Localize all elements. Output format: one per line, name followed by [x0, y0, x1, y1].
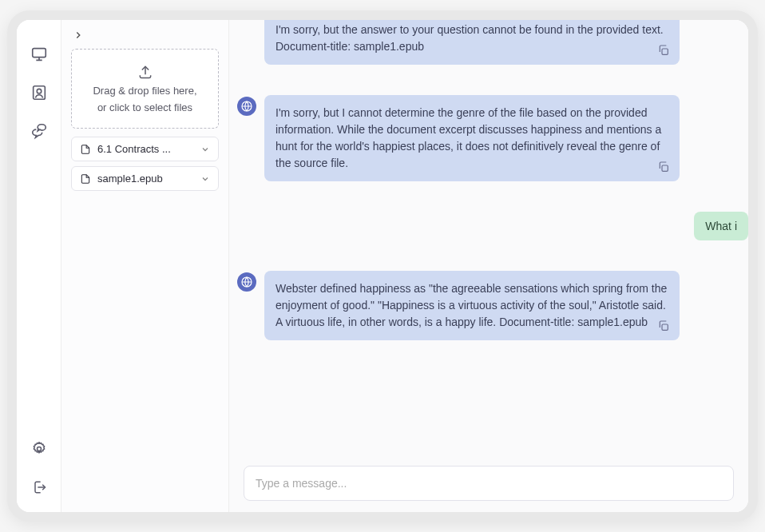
settings-icon[interactable] [29, 439, 50, 459]
message-text: Webster defined happiness as "the agreea… [275, 282, 667, 328]
assistant-message-row: I'm sorry, but I cannot determine the ge… [237, 95, 734, 181]
message-input[interactable] [256, 477, 722, 490]
dropzone-text-2: or click to select files [97, 101, 192, 113]
user-bubble: What i [694, 212, 748, 240]
file-name: sample1.epub [97, 173, 194, 185]
sidebar: Drag & drop files here, or click to sele… [61, 20, 229, 512]
message-input-bar [244, 466, 734, 501]
assistant-bubble: I'm sorry, but the answer to your questi… [264, 20, 680, 65]
file-dropzone[interactable]: Drag & drop files here, or click to sele… [71, 49, 219, 129]
message-text: I'm sorry, but the answer to your questi… [275, 23, 664, 53]
user-icon[interactable] [29, 82, 50, 103]
message-text: I'm sorry, but I cannot determine the ge… [275, 106, 661, 169]
svg-point-5 [37, 447, 41, 451]
laptop-frame: Drag & drop files here, or click to sele… [7, 10, 758, 522]
user-message-row: What i [237, 212, 734, 240]
monitor-icon[interactable] [29, 44, 50, 65]
iconbar [17, 20, 61, 512]
svg-rect-9 [662, 165, 668, 171]
svg-rect-7 [662, 49, 668, 54]
assistant-avatar-icon [237, 97, 256, 116]
file-icon [80, 173, 91, 185]
copy-icon[interactable] [657, 44, 672, 58]
file-item[interactable]: sample1.epub [71, 166, 219, 191]
svg-rect-11 [662, 324, 668, 330]
message-list[interactable]: I'm sorry, but the answer to your questi… [229, 20, 748, 458]
app-window: Drag & drop files here, or click to sele… [17, 20, 748, 512]
copy-icon[interactable] [657, 320, 672, 334]
file-icon [80, 144, 91, 155]
assistant-message-row: I'm sorry, but the answer to your questi… [237, 28, 734, 65]
svg-rect-0 [32, 49, 46, 58]
assistant-message-row: Webster defined happiness as "the agreea… [237, 271, 734, 340]
assistant-avatar-icon [237, 272, 256, 292]
chevron-down-icon [200, 145, 210, 154]
copy-icon[interactable] [657, 161, 672, 175]
dropzone-text-1: Drag & drop files here, [93, 85, 196, 97]
assistant-bubble: I'm sorry, but I cannot determine the ge… [264, 95, 680, 181]
upload-icon [137, 64, 153, 80]
assistant-bubble: Webster defined happiness as "the agreea… [264, 271, 680, 340]
chevron-right-icon[interactable] [71, 30, 84, 41]
file-item[interactable]: 6.1 Contracts ... [71, 137, 219, 161]
file-name: 6.1 Contracts ... [97, 143, 194, 155]
message-text: What i [705, 220, 737, 232]
chat-area: I'm sorry, but the answer to your questi… [229, 20, 748, 512]
chevron-down-icon [200, 174, 210, 184]
chat-icon[interactable] [29, 121, 50, 141]
logout-icon[interactable] [29, 477, 50, 498]
svg-point-4 [37, 89, 42, 93]
file-list: 6.1 Contracts ... sample1.epub [71, 137, 219, 191]
